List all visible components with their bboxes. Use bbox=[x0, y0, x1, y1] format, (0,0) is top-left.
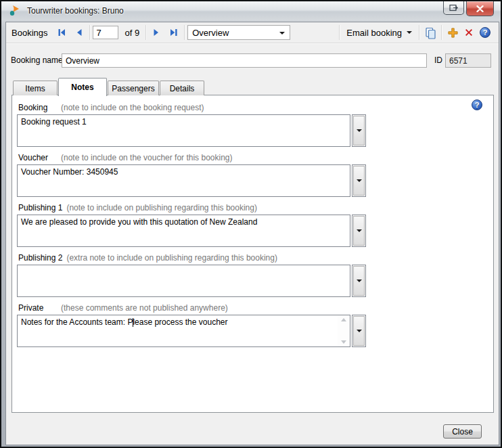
first-record-button[interactable] bbox=[54, 25, 69, 40]
section-hint: (note to include on publishing regarding… bbox=[66, 203, 257, 212]
add-booking-button[interactable] bbox=[444, 24, 461, 41]
tab-notes[interactable]: Notes bbox=[58, 78, 107, 96]
title-bar[interactable]: Tourwriter bookings: Bruno bbox=[1, 1, 501, 20]
section-label: Voucher bbox=[18, 153, 57, 162]
previous-record-button[interactable] bbox=[72, 25, 87, 40]
close-icon bbox=[476, 5, 484, 12]
publishing2-note-textarea[interactable] bbox=[17, 265, 350, 297]
notes-panel: ? Booking (note to include on the bookin… bbox=[12, 95, 494, 413]
publishing1-note-dropdown-button[interactable] bbox=[352, 215, 366, 247]
tab-passengers[interactable]: Passengers bbox=[108, 81, 159, 95]
toolbar: Bookings of 9 bbox=[6, 22, 499, 43]
section-label: Publishing 1 bbox=[18, 203, 62, 212]
close-button[interactable]: Close bbox=[443, 424, 482, 439]
note-section-publishing-1: Publishing 1 (note to include on publish… bbox=[17, 203, 367, 247]
textarea-scrollbar[interactable] bbox=[338, 315, 350, 346]
tab-items[interactable]: Items bbox=[13, 81, 58, 95]
booking-note-textarea[interactable]: Booking request 1 bbox=[17, 114, 350, 147]
toolbar-separator bbox=[89, 25, 90, 40]
note-text: Voucher Number: 3450945 bbox=[21, 167, 118, 177]
chevron-down-icon bbox=[407, 31, 412, 34]
toolbar-separator bbox=[339, 25, 340, 40]
text-caret bbox=[133, 318, 133, 327]
tourwriter-logo-icon bbox=[8, 5, 22, 17]
toolbar-separator bbox=[441, 25, 442, 40]
section-label: Publishing 2 bbox=[18, 253, 62, 263]
chevron-down-icon bbox=[357, 229, 362, 232]
bookings-label: Bookings bbox=[12, 28, 47, 38]
popout-icon bbox=[449, 4, 459, 12]
publishing2-note-dropdown-button[interactable] bbox=[352, 265, 366, 297]
tab-details[interactable]: Details bbox=[160, 81, 204, 95]
view-selector-dropdown[interactable]: Overview bbox=[187, 25, 290, 40]
chevron-down-icon bbox=[357, 179, 362, 182]
first-record-icon bbox=[56, 27, 67, 38]
tab-label: Passengers bbox=[112, 84, 154, 93]
chevron-down-icon bbox=[357, 129, 362, 132]
plus-icon bbox=[447, 27, 459, 39]
private-note-dropdown-button[interactable] bbox=[352, 315, 366, 347]
tab-label: Notes bbox=[71, 83, 93, 92]
booking-note-dropdown-button[interactable] bbox=[352, 114, 366, 147]
help-icon: ? bbox=[480, 27, 490, 38]
copy-icon bbox=[424, 26, 437, 39]
popout-button[interactable] bbox=[443, 1, 464, 15]
tab-label: Details bbox=[170, 84, 195, 93]
note-text: Notes for the Accounts team: Please proc… bbox=[21, 317, 228, 327]
toolbar-separator bbox=[184, 25, 185, 40]
voucher-note-textarea[interactable]: Voucher Number: 3450945 bbox=[17, 164, 350, 197]
record-count-label: of 9 bbox=[124, 28, 139, 38]
note-section-voucher: Voucher (note to include on the voucher … bbox=[17, 153, 367, 197]
section-label: Private bbox=[18, 303, 57, 313]
section-hint: (these comments are not published anywhe… bbox=[61, 303, 228, 313]
delete-x-icon bbox=[463, 27, 474, 38]
client-area: Bookings of 9 bbox=[5, 22, 499, 445]
email-booking-dropdown[interactable]: Email booking bbox=[342, 24, 416, 41]
publishing1-note-textarea[interactable]: We are pleased to provide you with this … bbox=[17, 215, 350, 247]
chevron-down-icon bbox=[357, 279, 362, 282]
last-record-icon bbox=[168, 27, 179, 38]
record-number-input[interactable] bbox=[93, 26, 118, 39]
previous-record-icon bbox=[74, 27, 85, 38]
delete-booking-button[interactable] bbox=[461, 24, 477, 41]
note-section-publishing-2: Publishing 2 (extra note to include on p… bbox=[17, 253, 367, 297]
note-text: Booking request 1 bbox=[21, 117, 87, 127]
window-title: Tourwriter bookings: Bruno bbox=[27, 6, 124, 16]
section-hint: (extra note to include on publishing reg… bbox=[66, 253, 277, 263]
chevron-down-icon bbox=[357, 330, 362, 332]
note-section-private: Private (these comments are not publishe… bbox=[17, 303, 367, 347]
scroll-up-icon bbox=[341, 318, 346, 321]
private-note-textarea[interactable]: Notes for the Accounts team: Please proc… bbox=[17, 315, 350, 347]
next-record-button[interactable] bbox=[149, 25, 164, 40]
note-section-booking: Booking (note to include on the booking … bbox=[17, 103, 367, 147]
voucher-note-dropdown-button[interactable] bbox=[352, 164, 366, 197]
toolbar-separator bbox=[145, 25, 146, 40]
help-icon: ? bbox=[472, 99, 482, 110]
email-booking-label: Email booking bbox=[346, 28, 402, 38]
copy-booking-button[interactable] bbox=[422, 24, 438, 41]
window-close-button[interactable] bbox=[466, 1, 494, 16]
last-record-button[interactable] bbox=[166, 25, 181, 40]
tab-strip: Items Notes Passengers Details bbox=[13, 77, 205, 95]
booking-id-field: 6571 bbox=[445, 53, 491, 68]
panel-help-button[interactable]: ? bbox=[472, 99, 482, 110]
toolbar-help-button[interactable]: ? bbox=[477, 24, 493, 41]
chevron-down-icon bbox=[279, 32, 285, 35]
scroll-down-icon bbox=[341, 340, 346, 344]
app-window: Tourwriter bookings: Bruno Bookings bbox=[0, 0, 502, 448]
tab-label: Items bbox=[25, 84, 45, 93]
section-hint: (note to include on the booking request) bbox=[61, 103, 204, 112]
booking-name-input[interactable] bbox=[62, 53, 427, 68]
section-label: Booking bbox=[18, 103, 57, 112]
booking-name-label: Booking name bbox=[11, 55, 63, 65]
toolbar-separator bbox=[419, 25, 419, 40]
view-selector-value: Overview bbox=[192, 28, 229, 38]
next-record-icon bbox=[151, 27, 162, 38]
section-hint: (note to include on the voucher for this… bbox=[61, 153, 233, 162]
booking-id-label: ID bbox=[434, 55, 442, 65]
note-text: We are pleased to provide you with this … bbox=[21, 217, 257, 227]
